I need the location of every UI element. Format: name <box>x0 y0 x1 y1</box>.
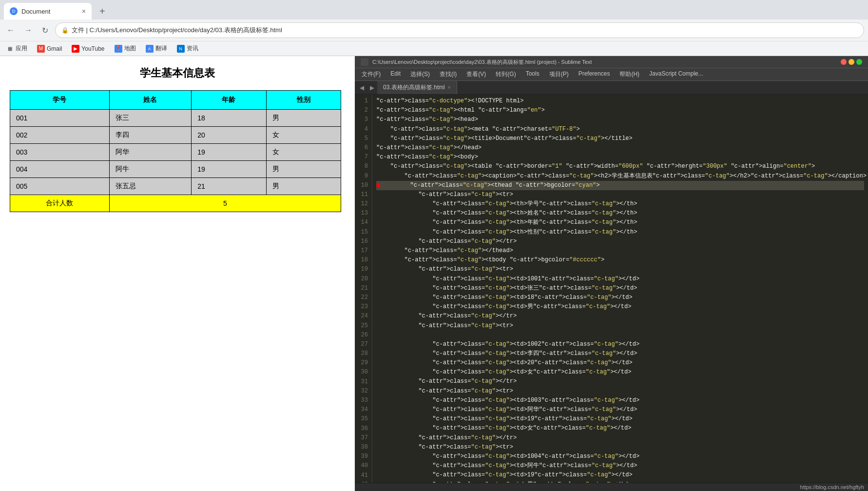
menu-find[interactable]: 查找(I) <box>435 68 462 80</box>
line-number: 4 <box>357 125 368 134</box>
menu-javascript[interactable]: JavaScript Comple... <box>644 68 708 80</box>
line-number: 40 <box>357 461 368 471</box>
menu-view[interactable]: 查看(V) <box>462 68 491 80</box>
minimize-window-button[interactable] <box>849 59 854 65</box>
titlebar-left: C:\Users\Lenovo\Desktop\project\code\day… <box>361 58 592 66</box>
forward-button[interactable]: → <box>21 24 35 37</box>
table-cell: 男 <box>266 161 341 178</box>
line-number: 1 <box>357 97 368 106</box>
line-number: 30 <box>357 368 368 377</box>
line-numbers: 1234567891011121314151617181920212223242… <box>355 95 372 483</box>
line-number: 16 <box>357 237 368 246</box>
footer-value: 5 <box>109 195 341 212</box>
menu-help[interactable]: 帮助(H) <box>615 68 644 80</box>
table-cell: 19 <box>192 161 266 178</box>
table-cell: 004 <box>10 161 110 178</box>
code-line: "c-attr">class="c-tag"><caption>"c-attr"… <box>376 172 864 181</box>
table-cell: 女 <box>266 127 341 144</box>
line-number: 15 <box>357 228 368 237</box>
editor-nav-left[interactable]: ◀ <box>357 82 367 93</box>
youtube-icon: ▶ <box>72 45 79 53</box>
sublime-editor: C:\Users\Lenovo\Desktop\project\code\day… <box>355 56 868 491</box>
main-layout: 学生基本信息表 学号 姓名 年龄 性别 001张三18男002李四20女003阿… <box>0 56 868 491</box>
line-number: 31 <box>357 377 368 387</box>
code-area[interactable]: "c-attr">class="c-doctype"><!DOCTYPE htm… <box>372 95 868 483</box>
table-row: 004阿牛19男 <box>10 161 341 178</box>
menu-file[interactable]: 文件(F) <box>357 68 386 80</box>
table-cell: 张三 <box>109 110 191 127</box>
line-number: 24 <box>357 312 368 321</box>
address-bar[interactable]: 🔒 文件 | C:/Users/Lenovo/Desktop/project/c… <box>55 22 864 38</box>
bookmark-youtube-label: YouTube <box>81 45 104 52</box>
editor-nav-right[interactable]: ▶ <box>367 82 377 93</box>
table-row: 001张三18男 <box>10 110 341 127</box>
close-window-button[interactable] <box>841 59 847 65</box>
tab-close-button[interactable]: × <box>82 7 86 15</box>
line-number: 20 <box>357 275 368 284</box>
line-number: 13 <box>357 209 368 218</box>
code-line: "c-attr">class="c-tag"></head> <box>376 143 864 153</box>
table-cell: 20 <box>192 127 266 144</box>
menu-tools[interactable]: Tools <box>521 68 544 80</box>
bookmark-translate[interactable]: A 翻译 <box>144 43 169 54</box>
code-line: "c-attr">class="c-tag"><th>姓名"c-attr">cl… <box>376 209 864 218</box>
code-line: "c-attr">class="c-tag"><table "c-attr">b… <box>376 162 864 171</box>
line-number: 38 <box>357 443 368 452</box>
line-number: 33 <box>357 396 368 405</box>
editor-body: 1234567891011121314151617181920212223242… <box>355 95 868 483</box>
code-line: "c-attr">class="c-tag"><td>阿牛"c-attr">cl… <box>376 461 864 471</box>
gmail-icon: M <box>37 45 45 53</box>
bookmark-apps[interactable]: ▦ 应用 <box>4 43 29 54</box>
line-number: 6 <box>357 143 368 153</box>
table-cell: 19 <box>192 144 266 161</box>
menu-project[interactable]: 项目(P) <box>544 68 574 80</box>
window-controls[interactable] <box>841 59 862 65</box>
header-gender: 性别 <box>266 91 341 110</box>
line-number: 2 <box>357 106 368 115</box>
bookmark-news-label: 资讯 <box>187 44 198 53</box>
table-cell: 男 <box>266 178 341 195</box>
bookmark-youtube[interactable]: ▶ YouTube <box>70 44 106 54</box>
code-line: "c-attr">class="c-tag"><tr> <box>376 387 864 396</box>
bookmark-gmail[interactable]: M Gmail <box>35 44 64 54</box>
apps-icon: ▦ <box>6 45 14 53</box>
code-line: "c-attr">class="c-tag"><html "c-attr">la… <box>376 106 864 115</box>
new-tab-button[interactable]: + <box>96 4 109 19</box>
editor-tab[interactable]: 03.表格的高级标签.html × <box>377 81 457 94</box>
table-cell: 001 <box>10 110 110 127</box>
maximize-window-button[interactable] <box>856 59 862 65</box>
bookmark-maps[interactable]: 📍 地图 <box>113 43 138 54</box>
refresh-button[interactable]: ↻ <box>39 24 51 37</box>
table-cell: 阿华 <box>109 144 191 161</box>
back-button[interactable]: ← <box>4 24 18 37</box>
line-number: 22 <box>357 293 368 302</box>
menu-preferences[interactable]: Preferences <box>574 68 615 80</box>
menu-goto[interactable]: 转到(G) <box>491 68 521 80</box>
bookmarks-bar: ▦ 应用 M Gmail ▶ YouTube 📍 地图 A 翻译 N 资讯 <box>0 41 868 56</box>
menu-edit[interactable]: Edit <box>386 68 405 80</box>
code-line: "c-attr">class="c-tag"><tr> <box>376 443 864 452</box>
code-line: "c-attr">class="c-tag"><th>年龄"c-attr">cl… <box>376 218 864 227</box>
editor-tab-close[interactable]: × <box>448 85 451 90</box>
table-row: 003阿华19女 <box>10 144 341 161</box>
table-cell: 李四 <box>109 127 191 144</box>
line-number: 3 <box>357 115 368 124</box>
nav-bar: ← → ↻ 🔒 文件 | C:/Users/Lenovo/Desktop/pro… <box>0 20 868 41</box>
line-number: 21 <box>357 284 368 293</box>
bookmark-news[interactable]: N 资讯 <box>175 43 200 54</box>
code-line: "c-attr">class="c-doctype"><!DOCTYPE htm… <box>376 97 864 106</box>
table-body: 001张三18男002李四20女003阿华19女004阿牛19男005张五忌21… <box>10 110 341 195</box>
page-title: 学生基本信息表 <box>10 66 345 80</box>
table-cell: 女 <box>266 144 341 161</box>
tab-title: Document <box>21 8 78 15</box>
line-number: 23 <box>357 302 368 312</box>
table-row: 005张五忌21男 <box>10 178 341 195</box>
lock-icon: 🔒 <box>61 27 69 34</box>
browser-tab[interactable]: D Document × <box>4 3 92 20</box>
table-row: 002李四20女 <box>10 127 341 144</box>
code-line: "c-attr">class="c-tag"></thead> <box>376 246 864 255</box>
error-dot <box>376 183 380 187</box>
table-cell: 张五忌 <box>109 178 191 195</box>
line-number: 26 <box>357 331 368 340</box>
menu-select[interactable]: 选择(S) <box>405 68 435 80</box>
